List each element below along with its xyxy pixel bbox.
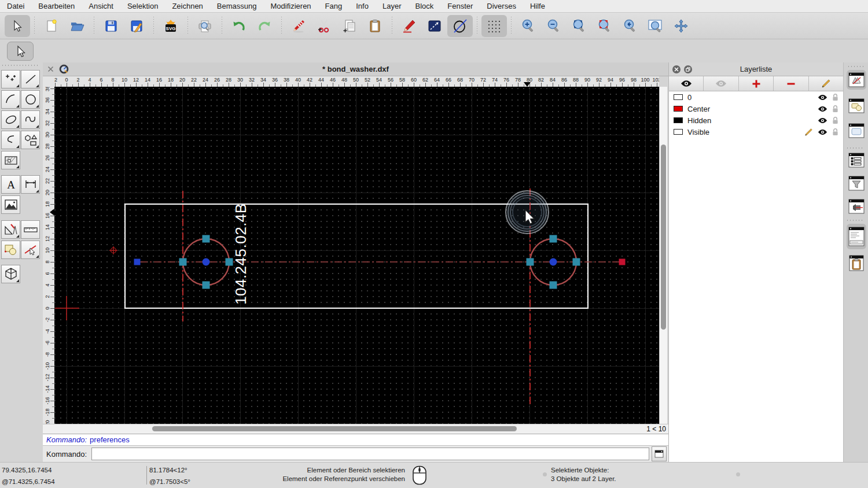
delete-icon[interactable] bbox=[286, 15, 311, 37]
right-circle-center-handle[interactable] bbox=[550, 258, 557, 266]
layer-lock-icon[interactable] bbox=[832, 93, 838, 101]
menu-item-layer[interactable]: Layer bbox=[382, 2, 402, 10]
layer-list-panel-button[interactable] bbox=[847, 70, 866, 90]
command-line-panel-button[interactable] bbox=[847, 224, 866, 249]
menu-item-bearbeiten[interactable]: Bearbeiten bbox=[38, 2, 75, 10]
paste-icon[interactable] bbox=[362, 15, 388, 37]
palette-select-tool[interactable] bbox=[7, 42, 34, 61]
add-layer-button[interactable] bbox=[739, 76, 774, 91]
points-tool[interactable] bbox=[1, 70, 20, 88]
cut-icon[interactable] bbox=[311, 15, 337, 37]
zoom-in-icon[interactable] bbox=[516, 15, 541, 37]
open-file-icon[interactable] bbox=[64, 15, 90, 37]
layer-lock-icon[interactable] bbox=[832, 116, 838, 124]
save-as-icon[interactable] bbox=[124, 15, 149, 37]
modify-tool[interactable] bbox=[21, 241, 40, 259]
measure-tool[interactable] bbox=[21, 220, 40, 239]
menu-item-info[interactable]: Info bbox=[356, 2, 369, 10]
block-tool[interactable] bbox=[1, 241, 20, 259]
vertical-scrollbar[interactable] bbox=[659, 87, 667, 424]
layer-visibility-icon[interactable] bbox=[818, 106, 827, 112]
layer-lock-icon[interactable] bbox=[832, 128, 838, 136]
menu-item-fang[interactable]: Fang bbox=[325, 2, 343, 10]
polyline-mode-icon[interactable] bbox=[422, 15, 447, 37]
menu-item-bemassung[interactable]: Bemassung bbox=[217, 2, 257, 10]
layer-row-hidden[interactable]: Hidden bbox=[669, 114, 843, 126]
panel-close-icon[interactable] bbox=[672, 65, 681, 73]
text-tool[interactable]: A bbox=[1, 175, 20, 194]
block-list-panel-button[interactable] bbox=[847, 96, 866, 116]
ellipse-tool[interactable] bbox=[1, 110, 20, 129]
menu-item-hilfe[interactable]: Hilfe bbox=[530, 2, 545, 10]
circle-tool[interactable] bbox=[21, 90, 40, 109]
hatch-tool[interactable] bbox=[1, 151, 20, 169]
zoom-window-icon[interactable] bbox=[643, 15, 668, 37]
polyline-tool[interactable] bbox=[1, 131, 20, 149]
command-input[interactable] bbox=[91, 448, 649, 460]
layer-row-visible[interactable]: Visible bbox=[669, 126, 843, 138]
layer-color-swatch[interactable] bbox=[674, 129, 683, 135]
dock-handle[interactable] bbox=[848, 66, 865, 67]
dimension-tool[interactable] bbox=[21, 175, 40, 194]
menu-item-block[interactable]: Block bbox=[415, 2, 433, 10]
property-editor-panel-button[interactable] bbox=[847, 150, 866, 170]
layer-color-swatch[interactable] bbox=[674, 94, 683, 100]
zoom-selection-icon[interactable] bbox=[592, 15, 617, 37]
layer-color-swatch[interactable] bbox=[674, 117, 683, 123]
panel-undock-icon[interactable] bbox=[684, 65, 692, 73]
redo-icon[interactable] bbox=[252, 15, 277, 37]
horizontal-scrollbar[interactable]: 1 < 10 bbox=[43, 424, 668, 434]
pan-icon[interactable] bbox=[668, 15, 694, 37]
view-list-panel-button[interactable] bbox=[847, 121, 866, 141]
left-circle-center-handle[interactable] bbox=[203, 258, 210, 266]
library-browser-panel-button[interactable] bbox=[847, 197, 866, 216]
hide-all-layers-button[interactable] bbox=[704, 76, 738, 91]
selection-filter-panel-button[interactable] bbox=[847, 173, 866, 193]
zoom-auto-icon[interactable] bbox=[567, 15, 592, 37]
spline-tool[interactable] bbox=[21, 110, 40, 129]
new-file-icon[interactable] bbox=[39, 15, 64, 37]
menu-item-modifizieren[interactable]: Modifizieren bbox=[271, 2, 311, 10]
layer-row-0[interactable]: 0 bbox=[669, 91, 843, 103]
shapes-tool[interactable] bbox=[21, 131, 40, 149]
drafting-tools[interactable] bbox=[1, 220, 20, 239]
select-tool-button[interactable] bbox=[5, 15, 30, 37]
print-preview-icon[interactable] bbox=[192, 15, 218, 37]
arc-tool[interactable] bbox=[1, 90, 20, 109]
remove-layer-button[interactable] bbox=[774, 76, 808, 91]
layer-lock-icon[interactable] bbox=[832, 105, 838, 113]
save-icon[interactable] bbox=[98, 15, 124, 37]
show-all-layers-button[interactable] bbox=[669, 76, 704, 91]
centerline-start-handle[interactable] bbox=[134, 259, 141, 265]
svg-export-icon[interactable]: SVG bbox=[158, 15, 183, 37]
layer-visibility-icon[interactable] bbox=[818, 129, 827, 135]
menu-item-selektion[interactable]: Selektion bbox=[127, 2, 158, 10]
line-tool[interactable] bbox=[21, 70, 40, 88]
layer-visibility-icon[interactable] bbox=[818, 94, 827, 101]
draw-mode-icon[interactable] bbox=[396, 15, 422, 37]
vertical-scrollbar-thumb[interactable] bbox=[661, 145, 666, 330]
palette-handle[interactable] bbox=[2, 65, 38, 66]
circle-line-tool-icon[interactable] bbox=[447, 15, 473, 37]
image-tool[interactable] bbox=[1, 195, 20, 214]
layer-color-swatch[interactable] bbox=[674, 106, 683, 112]
centerline-end-handle[interactable] bbox=[619, 259, 626, 265]
menu-item-ansicht[interactable]: Ansicht bbox=[89, 2, 113, 10]
menu-item-fenster[interactable]: Fenster bbox=[447, 2, 473, 10]
layer-row-center[interactable]: Center bbox=[669, 103, 843, 114]
zoom-previous-icon[interactable] bbox=[617, 15, 643, 37]
edit-layer-button[interactable] bbox=[809, 76, 843, 91]
undo-icon[interactable] bbox=[226, 15, 252, 37]
menu-item-datei[interactable]: Datei bbox=[7, 2, 24, 10]
clipboard-panel-button[interactable] bbox=[847, 253, 866, 273]
tab-close-icon[interactable] bbox=[47, 66, 54, 72]
annotation-text[interactable]: 104.245.02.4B bbox=[232, 203, 249, 305]
copy-icon[interactable] bbox=[337, 15, 362, 37]
layer-visibility-icon[interactable] bbox=[818, 117, 827, 124]
zoom-out-icon[interactable] bbox=[541, 15, 567, 37]
horizontal-scrollbar-thumb[interactable] bbox=[152, 426, 517, 431]
menu-item-zeichnen[interactable]: Zeichnen bbox=[172, 2, 203, 10]
solid-3d-tool[interactable] bbox=[1, 265, 20, 283]
drawing-canvas[interactable]: 104.245.02.4B bbox=[54, 87, 659, 424]
command-window-toggle-button[interactable] bbox=[652, 446, 667, 461]
